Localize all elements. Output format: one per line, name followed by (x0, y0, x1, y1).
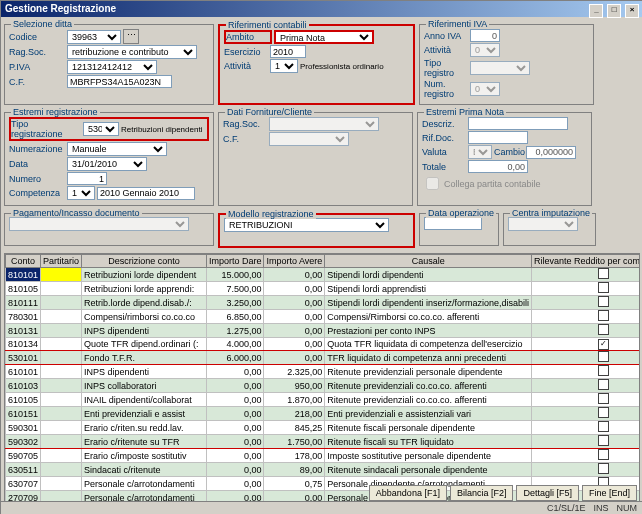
cell[interactable]: Erario c/imposte sostitutiv (82, 449, 207, 463)
cell[interactable]: Prestazioni per conto INPS (325, 324, 532, 338)
cell[interactable] (41, 379, 82, 393)
check-icon[interactable] (598, 365, 609, 376)
cell[interactable]: 1.870,00 (264, 393, 325, 407)
col-header[interactable]: Importo Avere (264, 255, 325, 268)
cell[interactable]: 6.850,00 (206, 310, 264, 324)
esercizio-input[interactable] (270, 45, 306, 58)
col-header[interactable]: Descrizione conto (82, 255, 207, 268)
cell[interactable]: Sindacati c/ritenute (82, 463, 207, 477)
cell[interactable]: 0,00 (264, 351, 325, 365)
table-row[interactable]: 610105INAIL dipendenti/collaborat0,001.8… (6, 393, 641, 407)
cell[interactable]: 0,00 (264, 282, 325, 296)
cell[interactable]: Retrib.lorde dipend.disab./: (82, 296, 207, 310)
cell[interactable]: 0,75 (264, 477, 325, 491)
cell[interactable]: 1.750,00 (264, 435, 325, 449)
cell[interactable]: 0,00 (206, 463, 264, 477)
cell[interactable]: 810101 (6, 268, 41, 282)
cell[interactable] (41, 324, 82, 338)
cell[interactable]: 3.250,00 (206, 296, 264, 310)
cell[interactable]: 810131 (6, 324, 41, 338)
cell[interactable] (41, 407, 82, 421)
tiporeg-select[interactable]: 530 (83, 122, 119, 136)
table-row[interactable]: 590705Erario c/imposte sostitutiv0,00178… (6, 449, 641, 463)
cell[interactable]: INPS collaboratori (82, 379, 207, 393)
cell[interactable] (41, 435, 82, 449)
cell[interactable]: 0,00 (264, 310, 325, 324)
close-icon[interactable]: × (625, 4, 639, 18)
cell[interactable]: Retribuzioni lorde apprendi: (82, 282, 207, 296)
cell[interactable]: 0,00 (264, 268, 325, 282)
cell[interactable] (41, 351, 82, 365)
cell[interactable]: Compensi/Rimborsi co.co.co. afferenti (325, 310, 532, 324)
check-icon[interactable]: ✓ (598, 339, 609, 350)
cell[interactable]: TFR liquidato di competenza anni precede… (325, 351, 532, 365)
cell[interactable]: 530101 (6, 351, 41, 365)
cell[interactable]: 4.000,00 (206, 338, 264, 351)
cell[interactable] (41, 338, 82, 351)
table-row[interactable]: 630511Sindacati c/ritenute0,0089,00Riten… (6, 463, 641, 477)
cell[interactable]: Ritenute fiscali su TFR liquidato (325, 435, 532, 449)
cell[interactable]: 780301 (6, 310, 41, 324)
codice-select[interactable]: 39963 (67, 30, 121, 44)
table-row[interactable]: 810131INPS dipendenti1.275,000,00Prestaz… (6, 324, 641, 338)
comp1-select[interactable]: 1 (67, 186, 95, 200)
cell[interactable]: 630707 (6, 477, 41, 491)
cell[interactable]: Erario c/riten.su redd.lav. (82, 421, 207, 435)
attivita-select[interactable]: 1 (270, 59, 298, 73)
table-row[interactable]: 780301Compensi/rimborsi co.co.co6.850,00… (6, 310, 641, 324)
check-icon[interactable] (598, 310, 609, 321)
cell[interactable]: 15.000,00 (206, 268, 264, 282)
cell[interactable]: Ritenute previdenziali co.co.co. afferen… (325, 393, 532, 407)
cell[interactable]: 610151 (6, 407, 41, 421)
cell[interactable]: 590302 (6, 435, 41, 449)
cell[interactable]: Quote TFR dipend.ordinari (: (82, 338, 207, 351)
cell[interactable]: Compensi/rimborsi co.co.co (82, 310, 207, 324)
cell[interactable] (41, 463, 82, 477)
check-icon[interactable] (598, 393, 609, 404)
col-header[interactable]: Causale (325, 255, 532, 268)
cell[interactable]: Stipendi lordi apprendisti (325, 282, 532, 296)
cell[interactable]: 89,00 (264, 463, 325, 477)
cell[interactable]: INPS dipendenti (82, 324, 207, 338)
cell[interactable]: Fondo T.F.R. (82, 351, 207, 365)
table-row[interactable]: 610151Enti previdenziali e assist0,00218… (6, 407, 641, 421)
numeraz-select[interactable]: Manuale (67, 142, 167, 156)
cell[interactable]: Retribuzioni lorde dipendent (82, 268, 207, 282)
data-select[interactable]: 31/01/2010 (67, 157, 147, 171)
cell[interactable] (41, 393, 82, 407)
cell[interactable]: 0,00 (206, 407, 264, 421)
bilancia-button[interactable]: Bilancia [F2] (450, 485, 514, 501)
dettagli-button[interactable]: Dettagli [F5] (516, 485, 579, 501)
cell[interactable]: 590301 (6, 421, 41, 435)
col-header[interactable]: Conto (6, 255, 41, 268)
check-icon[interactable] (598, 449, 609, 460)
table-row[interactable]: 810134Quote TFR dipend.ordinari (:4.000,… (6, 338, 641, 351)
ambito-select[interactable]: Prima Nota (274, 30, 374, 44)
cell[interactable]: Ritenute previdenziali personale dipende… (325, 365, 532, 379)
table-row[interactable]: 810111Retrib.lorde dipend.disab./:3.250,… (6, 296, 641, 310)
cell[interactable]: Erario c/ritenute su TFR (82, 435, 207, 449)
check-icon[interactable] (598, 296, 609, 307)
table-row[interactable]: 590302Erario c/ritenute su TFR0,001.750,… (6, 435, 641, 449)
comp2-input[interactable] (97, 187, 195, 200)
cell[interactable]: 0,00 (206, 435, 264, 449)
cell[interactable] (41, 310, 82, 324)
check-icon[interactable] (598, 324, 609, 335)
cell[interactable]: 630511 (6, 463, 41, 477)
cell[interactable]: 0,00 (206, 477, 264, 491)
cell[interactable]: 0,00 (206, 379, 264, 393)
cell[interactable]: 0,00 (206, 393, 264, 407)
cell[interactable]: 0,00 (206, 365, 264, 379)
cell[interactable]: 610103 (6, 379, 41, 393)
check-icon[interactable] (598, 421, 609, 432)
fine-button[interactable]: Fine [End] (582, 485, 637, 501)
cell[interactable]: Enti previdenziali e assist (82, 407, 207, 421)
cell[interactable] (41, 477, 82, 491)
cell[interactable]: 810105 (6, 282, 41, 296)
cell[interactable]: Enti previdenziali e assistenziali vari (325, 407, 532, 421)
cell[interactable] (41, 296, 82, 310)
cell[interactable]: Imposte sostitutive personale dipendente (325, 449, 532, 463)
cell[interactable]: Stipendi lordi dipendenti inseriz/formaz… (325, 296, 532, 310)
cell[interactable]: INAIL dipendenti/collaborat (82, 393, 207, 407)
cell[interactable] (41, 421, 82, 435)
